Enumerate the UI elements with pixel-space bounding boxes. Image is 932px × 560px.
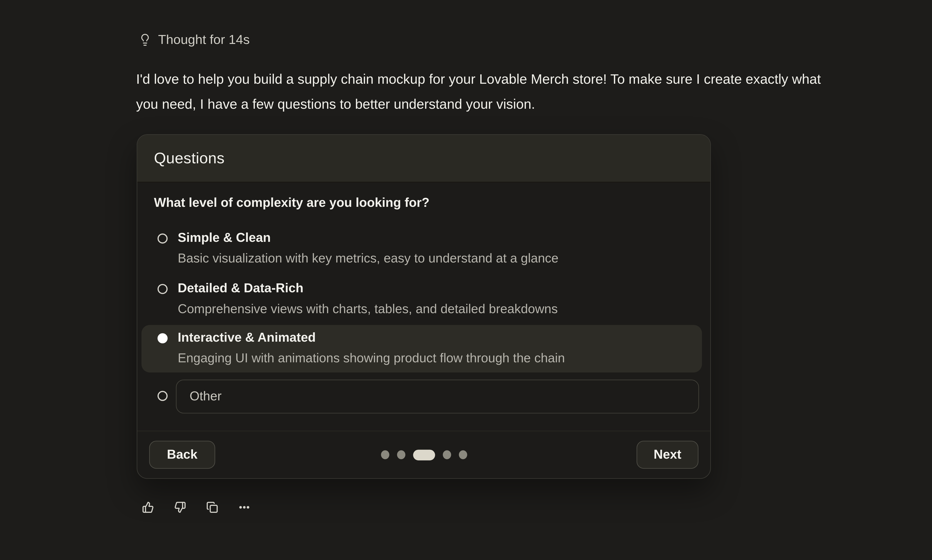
question-text: What level of complexity are you looking… — [154, 195, 429, 210]
radio-detailed-data-rich[interactable] — [157, 284, 168, 294]
radio-other[interactable] — [157, 391, 168, 401]
card-header: Questions — [137, 135, 710, 183]
pagination-dot-1 — [381, 450, 389, 459]
footer-divider — [137, 431, 710, 431]
message-actions — [142, 501, 250, 513]
thought-toggle[interactable]: Thought for 14s — [139, 31, 250, 49]
card-title: Questions — [154, 149, 225, 168]
pagination-dot-2 — [397, 450, 405, 459]
copy-icon — [206, 501, 218, 513]
option-title: Simple & Clean — [178, 228, 689, 248]
copy-button[interactable] — [206, 501, 218, 513]
pagination-dot-3-active — [413, 449, 435, 460]
option-simple-clean[interactable]: Simple & Clean Basic visualization with … — [178, 228, 689, 268]
option-description: Engaging UI with animations showing prod… — [178, 348, 689, 368]
questions-card: Questions What level of complexity are y… — [137, 134, 711, 478]
thumbs-up-button[interactable] — [142, 501, 154, 513]
chat-page: Thought for 14s I'd love to help you bui… — [0, 0, 932, 560]
option-title: Interactive & Animated — [178, 327, 689, 348]
thought-label: Thought for 14s — [158, 32, 250, 48]
option-title: Detailed & Data-Rich — [178, 278, 689, 298]
more-options-icon — [238, 501, 250, 513]
next-button[interactable]: Next — [636, 441, 698, 469]
assistant-message: I'd love to help you build a supply chai… — [136, 66, 838, 116]
lightbulb-icon — [139, 33, 151, 46]
radio-simple-clean[interactable] — [157, 233, 168, 243]
pagination-dot-4 — [443, 450, 451, 459]
option-interactive-animated[interactable]: Interactive & Animated Engaging UI with … — [178, 327, 689, 368]
option-description: Basic visualization with key metrics, ea… — [178, 248, 689, 268]
thumbs-down-icon — [174, 501, 186, 513]
pagination-dot-5 — [459, 450, 467, 459]
more-options-button[interactable] — [238, 501, 250, 513]
option-description: Comprehensive views with charts, tables,… — [178, 298, 689, 319]
thumbs-up-icon — [142, 501, 154, 513]
radio-interactive-animated[interactable] — [157, 333, 168, 343]
thumbs-down-button[interactable] — [174, 501, 186, 513]
option-detailed-data-rich[interactable]: Detailed & Data-Rich Comprehensive views… — [178, 278, 689, 319]
pagination — [137, 449, 710, 460]
other-input[interactable] — [176, 380, 699, 414]
